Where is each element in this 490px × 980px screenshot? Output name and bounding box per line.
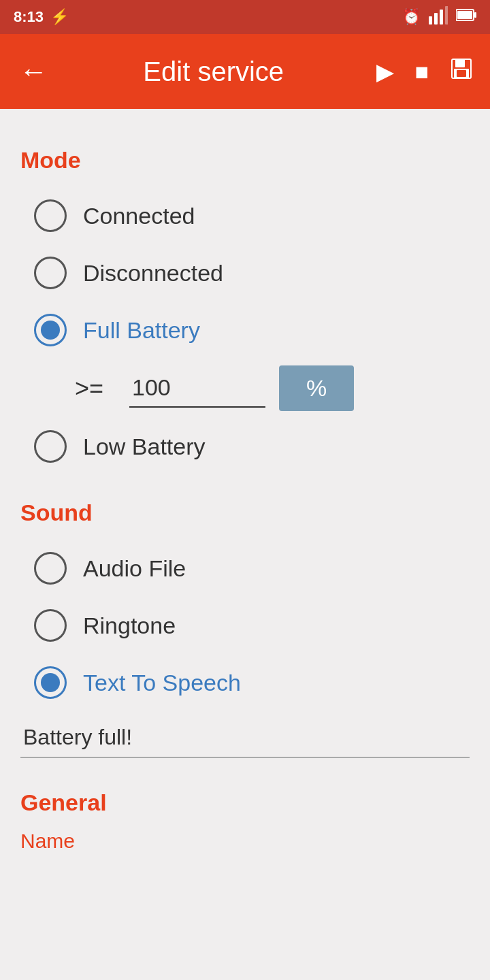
svg-rect-0 — [429, 16, 432, 24]
status-bar: 8:13 ⚡ ⏰ — [0, 0, 490, 34]
radio-circle-disconnected — [34, 257, 67, 289]
radio-circle-full-battery — [34, 314, 67, 346]
svg-rect-2 — [440, 10, 443, 24]
battery-operator: >= — [75, 374, 116, 403]
play-button[interactable]: ▶ — [376, 58, 394, 85]
battery-input-row: >= % — [75, 365, 470, 411]
radio-label-connected: Connected — [83, 203, 195, 229]
general-section-label: General — [20, 789, 470, 816]
radio-audio-file[interactable]: Audio File — [20, 540, 470, 597]
name-label: Name — [20, 830, 470, 853]
radio-circle-text-to-speech — [34, 666, 67, 699]
battery-value-input[interactable] — [129, 369, 265, 408]
radio-circle-audio-file — [34, 552, 67, 585]
radio-ringtone[interactable]: Ringtone — [20, 597, 470, 654]
radio-label-full-battery: Full Battery — [83, 317, 200, 344]
svg-rect-5 — [457, 11, 472, 19]
page-title: Edit service — [71, 56, 356, 87]
radio-circle-ringtone — [34, 609, 67, 642]
alarm-icon: ⏰ — [402, 8, 421, 26]
svg-rect-10 — [457, 70, 466, 77]
mode-section-label: Mode — [20, 147, 470, 174]
radio-label-text-to-speech: Text To Speech — [83, 670, 241, 696]
svg-rect-3 — [445, 6, 448, 24]
content-area: Mode Connected Disconnected Full Battery… — [0, 109, 490, 880]
radio-label-low-battery: Low Battery — [83, 434, 206, 460]
toolbar-actions: ▶ ■ — [376, 56, 474, 86]
radio-label-ringtone: Ringtone — [83, 612, 176, 639]
stop-button[interactable]: ■ — [414, 59, 429, 85]
radio-low-battery[interactable]: Low Battery — [20, 418, 470, 475]
svg-rect-1 — [434, 13, 438, 24]
sound-section-label: Sound — [20, 500, 470, 526]
save-button[interactable] — [449, 56, 474, 86]
back-button[interactable]: ← — [16, 55, 50, 88]
battery-percent-button[interactable]: % — [279, 365, 354, 411]
tts-text-input[interactable] — [20, 718, 470, 758]
toolbar: ← Edit service ▶ ■ — [0, 34, 490, 109]
time-display: 8:13 — [14, 8, 44, 26]
status-bar-right: ⏰ — [402, 5, 476, 29]
radio-circle-connected — [34, 199, 67, 232]
svg-rect-6 — [474, 12, 476, 18]
radio-label-audio-file: Audio File — [83, 555, 186, 582]
svg-rect-8 — [455, 59, 465, 67]
radio-inner-text-to-speech — [41, 673, 60, 692]
battery-icon — [456, 8, 476, 26]
signal-icon — [429, 5, 448, 29]
radio-label-disconnected: Disconnected — [83, 260, 223, 287]
radio-inner-full-battery — [41, 321, 60, 340]
radio-circle-low-battery — [34, 430, 67, 463]
radio-text-to-speech[interactable]: Text To Speech — [20, 654, 470, 711]
status-bar-left: 8:13 ⚡ — [14, 8, 69, 26]
radio-disconnected[interactable]: Disconnected — [20, 244, 470, 301]
charging-icon: ⚡ — [50, 8, 69, 26]
radio-full-battery[interactable]: Full Battery — [20, 301, 470, 359]
radio-connected[interactable]: Connected — [20, 187, 470, 244]
